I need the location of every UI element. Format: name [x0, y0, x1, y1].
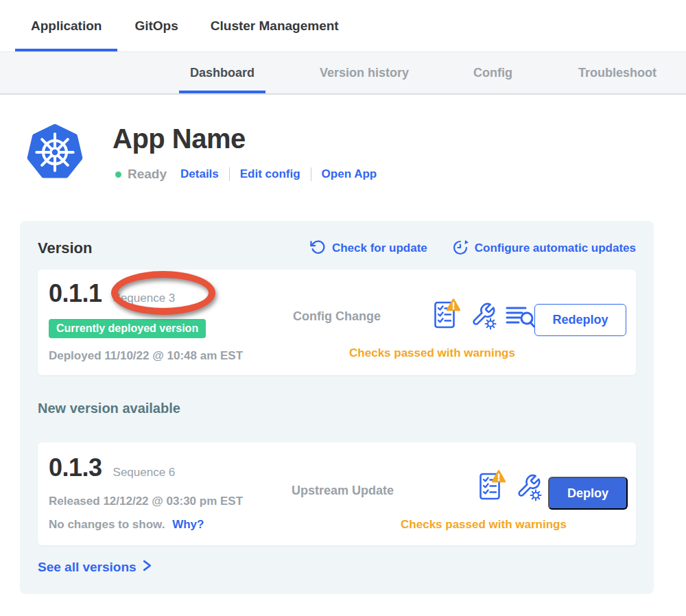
deployed-timestamp: Deployed 11/10/22 @ 10:48 am EST — [49, 349, 243, 363]
tab-gitops[interactable]: GitOps — [134, 0, 178, 51]
divider — [311, 167, 311, 181]
see-all-versions-link[interactable]: See all versions — [38, 560, 152, 575]
current-version-sequence: Sequence 3 — [113, 292, 176, 305]
chevron-right-icon — [143, 560, 152, 575]
source-type-label: Config Change — [293, 309, 381, 324]
available-version-number: 0.1.3 — [49, 453, 102, 482]
current-version-number: 0.1.1 — [49, 279, 102, 308]
source-type-label: Upstream Update — [292, 484, 394, 498]
tab-cluster-management[interactable]: Cluster Management — [211, 0, 339, 51]
version-panel-actions: Check for update Configure automatic upd… — [310, 239, 636, 258]
deploy-button[interactable]: Deploy — [548, 477, 628, 510]
version-check-icons — [433, 298, 536, 333]
check-for-update-label: Check for update — [332, 241, 427, 255]
refresh-icon — [310, 239, 326, 258]
configure-automatic-updates-link[interactable]: Configure automatic updates — [452, 239, 636, 258]
preflight-checklist-warning-icon[interactable] — [478, 470, 506, 504]
current-version-info: 0.1.1 Sequence 3 Currently deployed vers… — [49, 279, 243, 363]
app-sub-nav: Dashboard Version history Config Trouble… — [0, 52, 686, 95]
preflight-checklist-warning-icon[interactable] — [433, 298, 460, 333]
details-link[interactable]: Details — [180, 167, 219, 181]
available-version-card: 0.1.3 Sequence 6 Released 12/12/22 @ 03:… — [38, 442, 636, 545]
edit-config-link[interactable]: Edit config — [240, 167, 300, 181]
new-version-heading: New version available — [38, 401, 180, 416]
currently-deployed-badge: Currently deployed version — [49, 319, 206, 338]
divider — [229, 167, 230, 181]
no-changes-text: No changes to show. — [49, 518, 165, 531]
status-label: Ready — [128, 167, 167, 182]
tab-dashboard[interactable]: Dashboard — [179, 52, 265, 93]
page-title: App Name — [113, 123, 246, 154]
app-status-row: Ready Details Edit config Open App — [115, 167, 377, 182]
check-for-update-link[interactable]: Check for update — [310, 239, 427, 258]
why-link[interactable]: Why? — [172, 518, 204, 531]
ready-status-dot — [115, 171, 121, 178]
available-version-sequence: Sequence 6 — [113, 466, 176, 479]
released-timestamp: Released 12/12/22 @ 03:30 pm EST — [49, 495, 243, 508]
config-wrench-icon[interactable] — [469, 298, 497, 333]
version-panel-title: Version — [38, 239, 92, 257]
tab-config[interactable]: Config — [473, 52, 512, 93]
version-panel-header: Version Check for update — [38, 239, 636, 258]
version-panel: Version Check for update — [20, 221, 654, 594]
app-nav: Application GitOps Cluster Management — [0, 0, 686, 52]
configure-automatic-updates-label: Configure automatic updates — [475, 241, 636, 255]
open-app-link[interactable]: Open App — [322, 167, 377, 181]
checks-status-text: Checks passed with warnings — [367, 518, 600, 532]
available-version-info: 0.1.3 Sequence 6 Released 12/12/22 @ 03:… — [49, 453, 243, 532]
diff-logs-icon[interactable] — [506, 305, 536, 332]
tab-version-history[interactable]: Version history — [320, 52, 409, 93]
see-all-versions-label: See all versions — [38, 560, 137, 575]
schedule-icon — [452, 239, 469, 258]
tab-application[interactable]: Application — [15, 0, 117, 51]
redeploy-button[interactable]: Redeploy — [534, 304, 626, 336]
tab-troubleshoot[interactable]: Troubleshoot — [578, 52, 657, 93]
version-check-icons — [478, 470, 542, 504]
current-version-card: 0.1.1 Sequence 3 Currently deployed vers… — [38, 270, 636, 375]
no-changes-row: No changes to show. Why? — [49, 518, 243, 532]
checks-status-text: Checks passed with warnings — [298, 346, 566, 360]
config-wrench-icon[interactable] — [514, 470, 542, 504]
kubernetes-logo — [26, 123, 84, 181]
